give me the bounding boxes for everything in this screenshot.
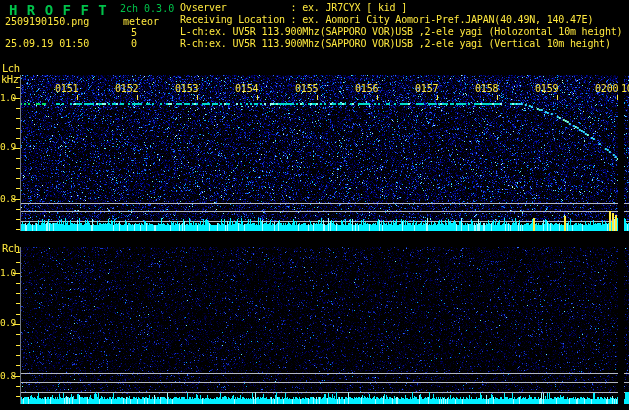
meteor-label: meteor — [123, 17, 159, 27]
freq-tick-label: 1.0 — [0, 93, 15, 103]
rch-meteor-count: 0 — [131, 39, 137, 49]
station-info: Ovserver : ex. JR7CYX [ kid ] Receiving … — [180, 2, 622, 50]
time-tick-label: 0154 — [235, 84, 258, 94]
observer-info-line: Ovserver : ex. JR7CYX [ kid ] — [180, 2, 622, 14]
time-tick-label-partial: 10 — [621, 84, 629, 94]
lch-axis-label: Lch — [2, 63, 19, 74]
time-tick-label: 0153 — [175, 84, 198, 94]
time-tick-label: 0158 — [475, 84, 498, 94]
time-tick-label: 0156 — [355, 84, 378, 94]
time-tick-label: 0152 — [115, 84, 138, 94]
version-label: 2ch 0.3.0 — [120, 4, 174, 14]
output-filename: 2509190150.png — [5, 17, 89, 27]
timestamp: 25.09.19 01:50 — [5, 39, 89, 49]
time-tick-label: 0159 — [535, 84, 558, 94]
freq-tick-label: 0.9 — [0, 318, 15, 328]
lch-meteor-count: 5 — [131, 28, 137, 38]
freq-tick-label: 1.0 — [0, 268, 15, 278]
khz-unit-label: kHz — [1, 74, 18, 85]
time-tick-label: 0157 — [415, 84, 438, 94]
app-title: H R O F F T — [9, 3, 107, 17]
freq-tick-label: 0.9 — [0, 142, 15, 152]
rch-receiver-line: R-ch:ex. UV5R 113.900Mhz(SAPPORO VOR)USB… — [180, 38, 622, 50]
rch-axis-label: Rch — [2, 243, 19, 254]
time-tick-label: 0155 — [295, 84, 318, 94]
spectrogram-canvas — [0, 0, 629, 410]
hrofft-screen: H R O F F T 2ch 0.3.0 2509190150.png met… — [0, 0, 629, 410]
freq-tick-label: 0.8 — [0, 371, 15, 381]
time-tick-label: 0200 — [595, 84, 618, 94]
time-tick-label: 0151 — [55, 84, 78, 94]
location-info-line: Receiving Location : ex. Aomori City Aom… — [180, 14, 622, 26]
freq-tick-label: 0.8 — [0, 194, 15, 204]
lch-receiver-line: L-ch:ex. UV5R 113.900Mhz(SAPPORO VOR)USB… — [180, 26, 622, 38]
